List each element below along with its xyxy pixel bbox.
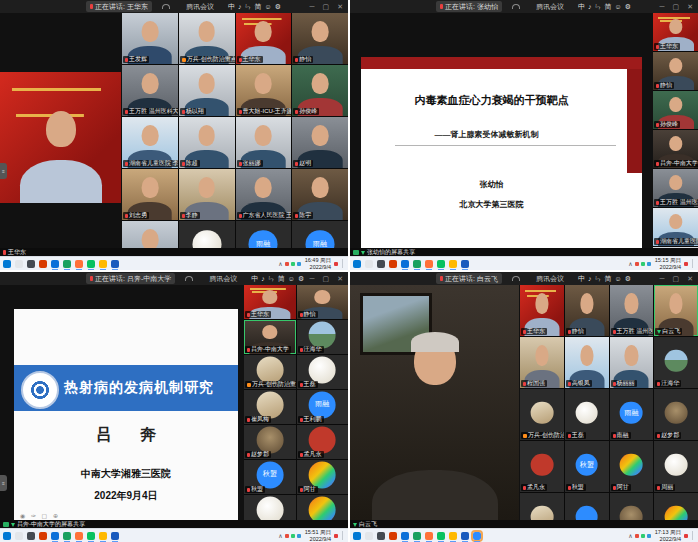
edge-browser-icon[interactable] <box>401 532 409 540</box>
ime-settings-icon[interactable]: ⚙ <box>298 275 304 283</box>
ime-sound-icon[interactable]: ♪ <box>238 3 242 10</box>
participant-tile[interactable]: 李静 <box>179 169 235 220</box>
participant-tile[interactable]: 吕奔-中南大学 <box>244 320 296 354</box>
active-speaker-video[interactable] <box>0 72 121 203</box>
ime-pen-icon[interactable]: ㄣ <box>594 274 601 284</box>
ime-sound-icon[interactable]: ♪ <box>261 275 265 282</box>
participant-tile[interactable]: 王华东 <box>244 285 296 319</box>
firefox-browser-icon[interactable] <box>425 260 433 268</box>
participant-tile[interactable]: 万兵-创伤防治重点实验室 <box>179 13 235 64</box>
firefox-browser-icon[interactable] <box>75 532 83 540</box>
participant-tile[interactable]: 雨融王利鹏 <box>292 221 348 248</box>
participant-tile[interactable]: 雨融雨融 <box>610 389 654 440</box>
maximize-button[interactable]: ▢ <box>323 275 330 283</box>
participant-tile[interactable]: 广东省人民医院 王晓 <box>236 169 292 220</box>
participant-tile[interactable]: 王发辉 <box>122 13 178 64</box>
ime-sound-icon[interactable]: ♪ <box>588 275 592 282</box>
tray-expand-icon[interactable]: ∧ <box>628 532 632 539</box>
tray-app-icon[interactable] <box>635 262 639 266</box>
participant-tile[interactable]: 孙俊峰 <box>292 65 348 116</box>
tray-app-icon[interactable] <box>641 262 645 266</box>
tray-network-icon[interactable] <box>297 262 301 266</box>
participant-tile[interactable]: 赵梦郡 <box>244 425 296 459</box>
task-view-icon[interactable] <box>27 532 35 540</box>
taskbar-clock[interactable]: 15:15 周日 2022/9/4 <box>655 257 681 269</box>
notification-badge[interactable] <box>334 262 338 266</box>
task-view-icon[interactable] <box>377 532 385 540</box>
participant-tile[interactable]: 雨融雨融 <box>236 221 292 248</box>
start-icon[interactable] <box>353 532 361 540</box>
participant-tile[interactable]: 阿甘 <box>610 441 654 492</box>
ime-mode-icon[interactable]: 中 <box>578 274 585 284</box>
participant-tile[interactable]: 王万胜 温州医科大学 <box>610 285 654 336</box>
participant-tile[interactable]: 王万胜 温州医科大学 <box>122 65 178 116</box>
ime-emoji-icon[interactable]: ☺ <box>288 275 295 282</box>
word-icon[interactable] <box>111 532 119 540</box>
participant-tile[interactable] <box>244 495 296 520</box>
notification-badge[interactable] <box>684 534 688 538</box>
participant-tile[interactable] <box>610 493 654 520</box>
close-button[interactable]: ✕ <box>687 275 693 283</box>
close-button[interactable]: ✕ <box>687 3 693 11</box>
ime-mode-icon[interactable]: 中 <box>228 2 235 12</box>
show-desktop-button[interactable] <box>692 531 695 540</box>
tray-app-icon[interactable] <box>285 262 289 266</box>
tray-expand-icon[interactable]: ∧ <box>628 260 632 267</box>
participant-tile[interactable]: 吕奔-中南大学 <box>653 130 698 168</box>
participant-tile[interactable]: 汪海华 <box>297 320 349 354</box>
firefox-browser-icon[interactable] <box>75 260 83 268</box>
participant-tile[interactable]: 白云飞 <box>654 285 698 336</box>
participant-tile[interactable]: 万兵-创伤防治重点实验室 <box>244 355 296 389</box>
edge-browser-icon[interactable] <box>51 260 59 268</box>
participant-tile[interactable]: 崔凤梅 <box>244 390 296 424</box>
qq-browser-icon[interactable] <box>63 532 71 540</box>
participant-tile[interactable]: 王华东 <box>520 285 564 336</box>
minimize-button[interactable]: ─ <box>660 3 665 10</box>
participant-tile[interactable]: 易华 <box>122 221 178 248</box>
input-method-bar[interactable]: 中 ♪ ㄣ 简 ☺ ⚙ <box>578 2 631 12</box>
store-icon[interactable] <box>389 532 397 540</box>
search-icon[interactable] <box>365 532 373 540</box>
participant-tile[interactable] <box>520 493 564 520</box>
participant-tile[interactable]: 湖南省儿童医院 李智 <box>122 117 178 168</box>
maximize-button[interactable]: ▢ <box>673 275 680 283</box>
start-icon[interactable] <box>3 532 11 540</box>
participant-tile[interactable]: 杨丽丽 <box>610 337 654 388</box>
panel-handle[interactable]: ≡ <box>0 475 7 491</box>
participant-tile[interactable]: 秋盟秋盟 <box>244 460 296 494</box>
participant-tile[interactable]: 秋盟秋盟 <box>565 441 609 492</box>
close-button[interactable]: ✕ <box>337 3 343 11</box>
file-explorer-icon[interactable] <box>99 260 107 268</box>
participant-tile[interactable]: 高银凤 <box>565 337 609 388</box>
participant-tile[interactable]: 杨以翔 <box>179 65 235 116</box>
ime-pen-icon[interactable]: ㄣ <box>594 2 601 12</box>
show-desktop-button[interactable] <box>342 531 345 540</box>
tray-app-icon[interactable] <box>291 534 295 538</box>
participant-tile[interactable]: 刘志勇 <box>122 169 178 220</box>
wechat-icon[interactable] <box>437 532 445 540</box>
tencent-meeting-icon[interactable] <box>473 532 481 540</box>
tray-app-icon[interactable] <box>641 534 645 538</box>
wechat-icon[interactable] <box>437 260 445 268</box>
edge-browser-icon[interactable] <box>401 260 409 268</box>
task-view-icon[interactable] <box>377 260 385 268</box>
ime-sound-icon[interactable]: ♪ <box>588 3 592 10</box>
input-method-bar[interactable]: 中 ♪ ㄣ 简 ☺ ⚙ <box>578 274 631 284</box>
participant-tile[interactable]: 静怡 <box>565 285 609 336</box>
ime-mode-icon[interactable]: 中 <box>578 2 585 12</box>
participant-tile[interactable]: 静怡 <box>653 52 698 90</box>
start-icon[interactable] <box>3 260 11 268</box>
close-button[interactable]: ✕ <box>337 275 343 283</box>
notification-badge[interactable] <box>684 262 688 266</box>
ime-pen-icon[interactable]: ㄣ <box>268 274 275 284</box>
participant-tile[interactable]: 王磊 <box>565 389 609 440</box>
participant-tile[interactable]: 静怡 <box>292 13 348 64</box>
ime-emoji-icon[interactable]: ☺ <box>614 275 621 282</box>
minimize-button[interactable]: ─ <box>660 275 665 282</box>
participant-tile[interactable]: 程国强 <box>520 337 564 388</box>
store-icon[interactable] <box>389 260 397 268</box>
ime-simplified-icon[interactable]: 简 <box>604 2 611 12</box>
tray-expand-icon[interactable]: ∧ <box>278 260 282 267</box>
ime-emoji-icon[interactable]: ☺ <box>264 3 271 10</box>
participant-tile[interactable]: 王磊 <box>297 355 349 389</box>
